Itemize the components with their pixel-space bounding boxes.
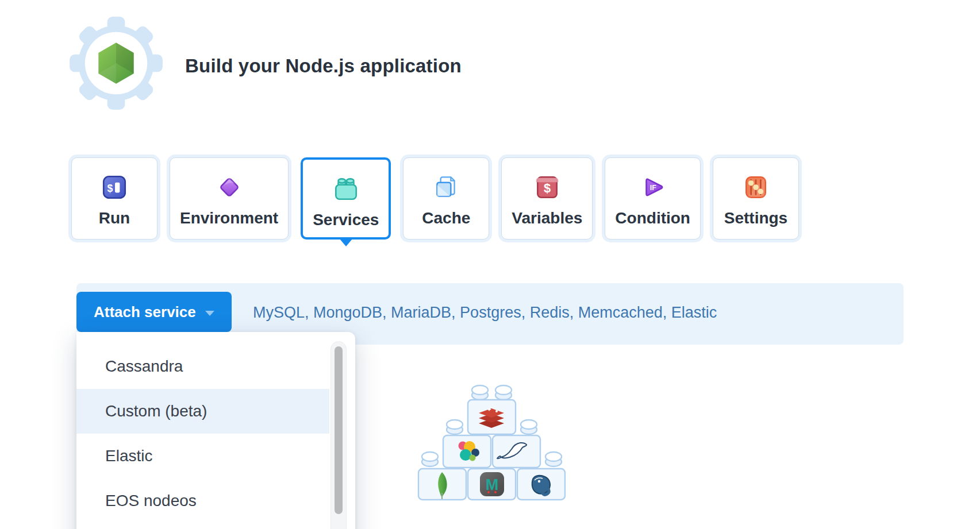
dropdown-item-elastic[interactable]: Elastic [76, 434, 329, 478]
svg-text:$: $ [544, 181, 551, 195]
dropdown-item-cassandra[interactable]: Cassandra [76, 344, 329, 389]
service-dropdown: Cassandra Custom (beta) Elastic EOS node… [76, 332, 355, 529]
lego-brick-icon [332, 175, 360, 203]
dropdown-scrollbar[interactable] [330, 341, 347, 529]
tab-cache[interactable]: Cache [403, 157, 489, 240]
purple-diamond-icon [215, 173, 244, 202]
tab-run[interactable]: $ Run [71, 157, 157, 240]
tab-variables[interactable]: $ Variables [501, 157, 593, 240]
tab-label: Variables [512, 209, 582, 227]
svg-text:$: $ [107, 183, 113, 194]
scrollbar-thumb[interactable] [335, 346, 343, 514]
nodejs-gear-icon [67, 14, 166, 113]
tab-label: Run [99, 209, 130, 227]
page-title: Build your Node.js application [185, 55, 462, 77]
tab-environment[interactable]: Environment [170, 157, 289, 240]
tab-label: Settings [724, 209, 787, 227]
action-tabs: $ Run Environment [71, 157, 799, 240]
tab-settings[interactable]: Settings [713, 157, 799, 240]
tab-services[interactable]: Services [301, 157, 391, 240]
postgresql-logo [532, 476, 550, 495]
tab-label: Cache [422, 209, 470, 227]
sliders-icon [741, 173, 770, 202]
tab-condition[interactable]: IF Condition [605, 157, 701, 240]
attach-service-button-label: Attach service [94, 303, 196, 321]
chevron-down-icon [205, 311, 214, 316]
service-dropdown-list: Cassandra Custom (beta) Elastic EOS node… [76, 332, 355, 523]
terminal-dollar-icon: $ [100, 173, 129, 202]
tab-label: Environment [180, 209, 278, 227]
memcached-logo: M [480, 472, 504, 496]
svg-text:IF: IF [650, 184, 656, 192]
attach-service-button[interactable]: Attach service [76, 292, 232, 332]
dropdown-item-eos-nodeos[interactable]: EOS nodeos [76, 478, 329, 523]
pipeline-action-editor: Build your Node.js application $ Run [0, 0, 980, 529]
tab-label: Services [313, 211, 379, 229]
dropdown-item-custom-beta[interactable]: Custom (beta) [76, 389, 329, 434]
available-services-list: MySQL, MongoDB, MariaDB, Postgres, Redis… [253, 304, 717, 322]
documents-icon [432, 173, 460, 202]
if-play-icon: IF [639, 173, 667, 202]
svg-text:M: M [486, 476, 499, 493]
tab-label: Condition [615, 209, 690, 227]
services-lego-illustration: M [402, 362, 575, 505]
dollar-box-icon: $ [533, 173, 562, 202]
